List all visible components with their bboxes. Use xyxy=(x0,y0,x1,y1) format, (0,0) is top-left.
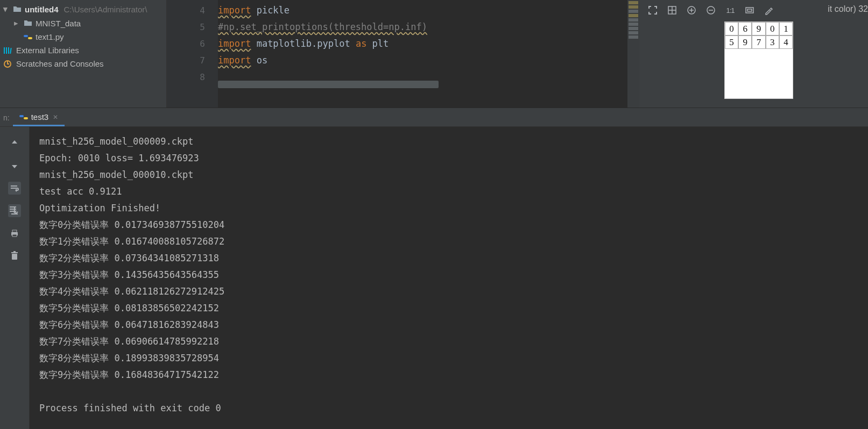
svg-rect-8 xyxy=(7,63,9,65)
gutter-line-number: 8 xyxy=(167,69,205,85)
zoom-in-icon[interactable] xyxy=(686,4,697,16)
scratches-consoles[interactable]: Scratches and Consoles xyxy=(0,57,166,70)
svg-rect-2 xyxy=(4,47,5,54)
project-root-label: untitled4 xyxy=(25,5,59,14)
svg-rect-20 xyxy=(11,252,18,253)
tree-item-text1py[interactable]: text1.py xyxy=(0,30,166,44)
chevron-down-icon[interactable]: ▾ xyxy=(3,4,10,14)
minimap[interactable] xyxy=(627,0,639,108)
svg-rect-4 xyxy=(8,47,9,54)
top-section: ▾ untitled4 C:\Users\Administrator\ ▸ MN… xyxy=(0,0,868,108)
trash-icon[interactable] xyxy=(8,249,21,262)
chevron-right-icon[interactable]: ▸ xyxy=(14,18,20,28)
soft-wrap-icon[interactable] xyxy=(8,182,21,195)
tree-item-label: MNIST_data xyxy=(36,19,81,28)
horizontal-scrollbar[interactable] xyxy=(218,81,439,88)
run-label: n: xyxy=(2,113,13,126)
console-area: mnist_h256_model_000009.ckpt Epoch: 0010… xyxy=(0,127,868,429)
run-tab-label: test3 xyxy=(31,112,49,121)
digit-cell: 5 xyxy=(725,35,738,49)
folder-icon xyxy=(13,5,22,13)
zoom-ratio-label[interactable]: 1:1 xyxy=(724,4,736,16)
digit-row-1: 59734 xyxy=(725,35,793,49)
svg-rect-1 xyxy=(28,37,32,39)
svg-rect-15 xyxy=(24,117,28,119)
external-libraries-label: External Libraries xyxy=(16,46,79,55)
digit-cell: 7 xyxy=(752,35,765,49)
gutter-line-number: 7 xyxy=(167,52,205,69)
image-preview[interactable]: 06901 59734 xyxy=(724,22,793,99)
svg-rect-5 xyxy=(10,47,12,53)
folder-icon xyxy=(24,19,32,27)
console-output[interactable]: mnist_h256_model_000009.ckpt Epoch: 0010… xyxy=(30,127,868,429)
python-file-icon xyxy=(19,113,28,121)
image-viewer-panel: it color) 32 1:1 06901 59734 xyxy=(639,0,868,108)
run-tab-bar: n: test3 ✕ xyxy=(0,108,868,127)
tree-item-mnist-data[interactable]: ▸ MNIST_data xyxy=(0,16,166,30)
bitcolor-label: it color) 32 xyxy=(828,4,868,14)
scratches-consoles-label: Scratches and Consoles xyxy=(16,59,104,68)
fit-icon[interactable] xyxy=(744,4,756,16)
digit-cell: 9 xyxy=(738,35,752,49)
project-tree: ▾ untitled4 C:\Users\Administrator\ ▸ MN… xyxy=(0,0,167,108)
digit-cell: 9 xyxy=(752,22,765,35)
digit-row-0: 06901 xyxy=(725,22,793,35)
digit-cell: 0 xyxy=(725,22,738,35)
project-root-path: C:\Users\Administrator\ xyxy=(64,5,147,14)
digit-cell: 1 xyxy=(779,22,793,35)
scratch-icon xyxy=(3,60,13,68)
print-icon[interactable] xyxy=(8,227,21,240)
up-arrow-icon[interactable] xyxy=(8,137,21,149)
svg-rect-18 xyxy=(12,234,17,237)
digit-cell: 0 xyxy=(766,22,779,35)
gutter-line-number: 4 xyxy=(167,2,205,19)
svg-rect-0 xyxy=(24,35,28,37)
scroll-end-icon[interactable] xyxy=(8,204,21,217)
svg-rect-19 xyxy=(12,254,17,260)
code-line[interactable]: #np.set_printoptions(threshold=np.inf) xyxy=(218,19,627,35)
digit-cell: 4 xyxy=(779,35,793,49)
eyedropper-icon[interactable] xyxy=(763,4,775,16)
run-tab-test3[interactable]: test3 ✕ xyxy=(13,109,65,126)
svg-rect-21 xyxy=(13,251,16,252)
code-line[interactable]: import pickle xyxy=(218,2,627,19)
python-file-icon xyxy=(24,33,32,41)
svg-rect-17 xyxy=(12,230,17,232)
library-icon xyxy=(3,46,13,55)
code-line[interactable]: import matplotlib.pyplot as plt xyxy=(218,35,627,52)
project-root[interactable]: ▾ untitled4 C:\Users\Administrator\ xyxy=(0,2,166,16)
console-toolbar xyxy=(0,127,30,429)
close-icon[interactable]: ✕ xyxy=(53,113,58,121)
fullscreen-icon[interactable] xyxy=(647,4,659,16)
svg-rect-14 xyxy=(19,115,24,117)
svg-rect-12 xyxy=(746,8,753,13)
gutter-line-number: 5 xyxy=(167,19,205,35)
external-libraries[interactable]: External Libraries xyxy=(0,44,166,57)
svg-rect-13 xyxy=(747,9,752,11)
grid-icon[interactable] xyxy=(666,4,678,16)
gutter-line-number: 6 xyxy=(167,35,205,52)
zoom-out-icon[interactable] xyxy=(705,4,717,16)
editor-gutter: 45678 xyxy=(167,0,218,108)
editor-code[interactable]: import pickle#np.set_printoptions(thresh… xyxy=(218,0,627,108)
digit-cell: 3 xyxy=(766,35,779,49)
down-arrow-icon[interactable] xyxy=(8,159,21,172)
editor-area[interactable]: 45678 import pickle#np.set_printoptions(… xyxy=(167,0,639,108)
code-line[interactable]: import os xyxy=(218,52,627,69)
svg-rect-3 xyxy=(6,47,7,54)
digit-cell: 6 xyxy=(738,22,752,35)
tree-item-label: text1.py xyxy=(36,32,64,41)
